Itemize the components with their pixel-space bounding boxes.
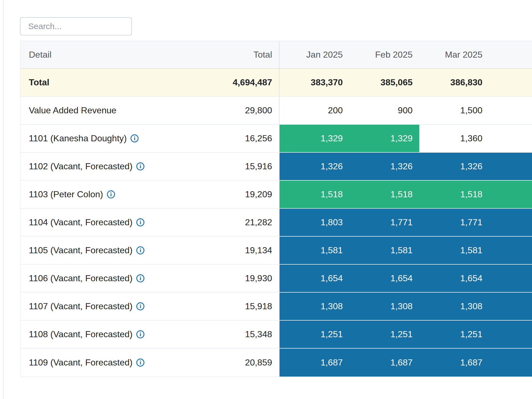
row-detail-cell: 1109 (Vacant, Forecasted)i20,859 [21, 349, 280, 377]
month-column-header-jan: Jan 2025 [280, 41, 349, 68]
month-cell[interactable]: 1,360 [419, 125, 489, 152]
month-cell[interactable]: 1,251 [280, 321, 349, 348]
month-cell-overflow [489, 349, 532, 377]
month-cell-value: 1,518 [390, 189, 413, 200]
month-cell-value: 1,581 [321, 245, 343, 255]
row-total-value: 16,256 [245, 133, 272, 144]
row-total-value: 4,694,487 [233, 77, 272, 88]
month-cell[interactable]: 1,308 [280, 293, 349, 320]
row-total-value: 21,282 [245, 217, 272, 227]
table-row: 1103 (Peter Colon)i19,2091,5181,5181,518 [21, 181, 532, 209]
month-cell-overflow [489, 69, 532, 96]
table-body: Total4,694,487383,370385,065386,830Value… [21, 69, 532, 377]
row-detail-cell: 1107 (Vacant, Forecasted)i15,918 [21, 293, 280, 320]
month-cell-value: 1,251 [321, 329, 343, 339]
month-cell-overflow [489, 97, 532, 124]
month-cell[interactable]: 1,687 [419, 349, 489, 377]
month-cell[interactable]: 1,581 [349, 237, 419, 264]
month-cell-value: 1,308 [390, 301, 413, 311]
table-row: 1109 (Vacant, Forecasted)i20,8591,6871,6… [21, 349, 532, 377]
month-cell[interactable]: 1,771 [349, 209, 419, 236]
month-cell-overflow [489, 209, 532, 236]
month-cell-value: 1,687 [460, 357, 482, 368]
month-cell-value: 200 [328, 105, 343, 116]
month-cell[interactable]: 1,251 [349, 321, 419, 348]
content-area: Detail Total Jan 2025 Feb 2025 Mar 2025 … [20, 0, 532, 377]
month-cell[interactable]: 1,687 [349, 349, 419, 377]
month-cell: 386,830 [419, 69, 489, 96]
table-row: 1106 (Vacant, Forecasted)i19,9301,6541,6… [21, 265, 532, 293]
month-column-header-feb: Feb 2025 [349, 41, 419, 68]
row-month-cells: 1,6541,6541,654 [280, 265, 532, 292]
info-icon[interactable]: i [136, 359, 144, 367]
month-cell[interactable]: 1,581 [419, 237, 489, 264]
month-cell[interactable]: 1,518 [280, 181, 349, 208]
month-cell[interactable]: 1,654 [349, 265, 419, 292]
info-icon[interactable]: i [136, 274, 144, 282]
month-cell-value: 1,326 [321, 161, 343, 172]
row-total-value: 29,800 [245, 105, 272, 116]
row-detail-cell: 1102 (Vacant, Forecasted)i15,916 [21, 153, 280, 180]
info-icon[interactable]: i [131, 134, 139, 142]
month-cell-value: 1,518 [460, 189, 482, 200]
row-total-value: 15,918 [245, 301, 272, 311]
table-row: 1105 (Vacant, Forecasted)i19,1341,5811,5… [21, 237, 532, 265]
info-icon[interactable]: i [136, 246, 144, 254]
month-cell-value: 1,251 [390, 329, 413, 339]
month-cell-overflow [489, 153, 532, 180]
row-total-value: 19,930 [245, 273, 272, 283]
month-cell-overflow [489, 181, 532, 208]
info-icon[interactable]: i [136, 218, 144, 226]
month-cell-overflow [489, 237, 532, 264]
row-month-cells: 1,8031,7711,771 [280, 209, 532, 236]
info-icon[interactable]: i [136, 302, 144, 310]
row-month-cells: 1,6871,6871,687 [280, 349, 532, 377]
month-cell[interactable]: 1,654 [419, 265, 489, 292]
month-cell[interactable]: 1,687 [280, 349, 349, 377]
row-month-cells: 1,2511,2511,251 [280, 321, 532, 348]
row-detail-cell: Total4,694,487 [21, 69, 280, 96]
month-cell[interactable]: 1,326 [419, 153, 489, 180]
row-label: 1109 (Vacant, Forecasted) [29, 357, 132, 368]
row-label: 1107 (Vacant, Forecasted) [29, 301, 132, 311]
row-month-cells: 1,5811,5811,581 [280, 237, 532, 264]
month-cell-value: 1,771 [390, 217, 413, 227]
month-cell-overflow [489, 293, 532, 320]
month-cell: 200 [280, 97, 349, 124]
month-cell[interactable]: 1,308 [419, 293, 489, 320]
table-row: 1101 (Kanesha Doughty)i16,2561,3291,3291… [21, 125, 532, 153]
table-row: Total4,694,487383,370385,065386,830 [21, 69, 532, 97]
row-label: 1104 (Vacant, Forecasted) [29, 217, 132, 227]
month-cell[interactable]: 1,329 [349, 125, 419, 152]
row-label: Total [29, 77, 49, 88]
month-cell[interactable]: 1,771 [419, 209, 489, 236]
month-cell-value: 1,308 [460, 301, 482, 311]
month-cell[interactable]: 1,518 [349, 181, 419, 208]
detail-header-cell: Detail Total [21, 41, 280, 68]
info-icon[interactable]: i [107, 190, 115, 198]
month-cell[interactable]: 1,251 [419, 321, 489, 348]
month-cell[interactable]: 1,803 [280, 209, 349, 236]
row-total-value: 20,859 [245, 357, 272, 368]
month-cell-value: 1,500 [460, 105, 482, 116]
month-cell-value: 1,803 [321, 217, 343, 227]
search-input[interactable] [20, 17, 132, 35]
month-cell-value: 1,771 [460, 217, 482, 227]
month-cell[interactable]: 1,329 [280, 125, 349, 152]
month-cell[interactable]: 1,326 [280, 153, 349, 180]
month-cell[interactable]: 1,654 [280, 265, 349, 292]
row-detail-cell: 1104 (Vacant, Forecasted)i21,282 [21, 209, 280, 236]
month-cell[interactable]: 1,518 [419, 181, 489, 208]
month-cell[interactable]: 1,326 [349, 153, 419, 180]
month-cell[interactable]: 1,308 [349, 293, 419, 320]
row-month-cells: 1,3081,3081,308 [280, 293, 532, 320]
month-cell-value: 1,654 [321, 273, 343, 283]
info-icon[interactable]: i [136, 162, 144, 170]
month-cell-value: 1,308 [321, 301, 343, 311]
month-cell-value: 1,687 [321, 357, 343, 368]
row-month-cells: 1,5181,5181,518 [280, 181, 532, 208]
month-cell[interactable]: 1,581 [280, 237, 349, 264]
info-icon[interactable]: i [136, 330, 144, 338]
month-cell-value: 1,518 [321, 189, 343, 200]
table-row: 1108 (Vacant, Forecasted)i15,3481,2511,2… [21, 321, 532, 349]
